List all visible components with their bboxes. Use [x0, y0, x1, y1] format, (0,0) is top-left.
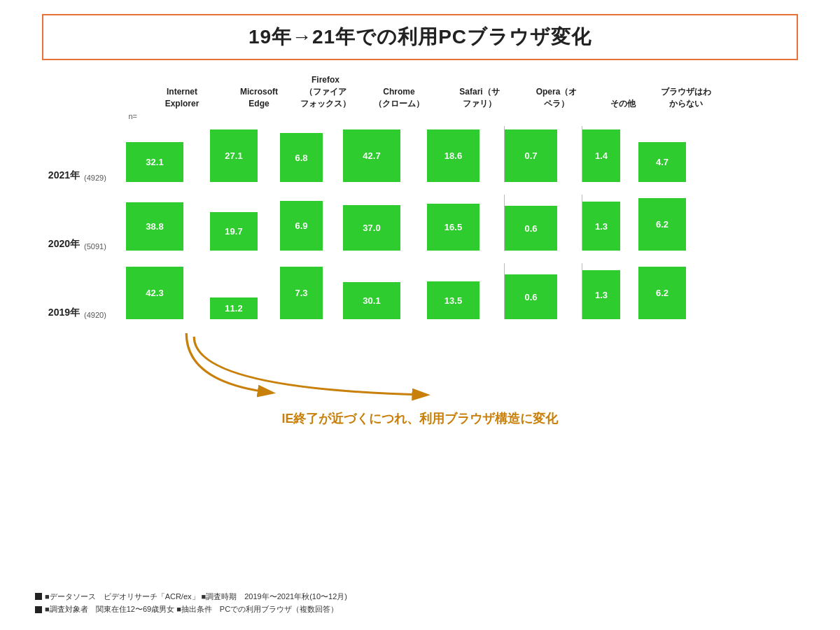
bar-r0-c6: 1.4 [582, 130, 620, 182]
footer-square-2 [35, 606, 42, 613]
footer-item-1: ■データソース ビデオリサーチ「ACR/ex」 ■調査時期 2019年〜2021… [35, 590, 812, 603]
data-row-1: 2020年(5091)38.819.76.937.016.50.61.36.2 [28, 190, 812, 253]
bar-cell-r2-c7: 6.2 [638, 259, 708, 322]
bar-r0-c3: 42.7 [343, 130, 400, 182]
bar-r2-c7: 6.2 [638, 267, 686, 319]
data-rows: 2021年(4929)32.127.16.842.718.60.71.44.72… [28, 122, 812, 326]
footer-item-2: ■調査対象者 関東在住12〜69歳男女 ■抽出条件 PCでの利用ブラウザ（複数回… [35, 603, 812, 616]
n-header-label: n= [84, 112, 812, 120]
col-header-other: その他 [595, 98, 651, 110]
bar-r0-c4: 18.6 [427, 130, 479, 182]
bar-r0-c0: 32.1 [126, 142, 183, 182]
bar-r2-c6: 1.3 [582, 270, 620, 319]
bar-cell-r0-c7: 4.7 [638, 122, 708, 185]
bar-cell-r2-c4: 13.5 [427, 259, 504, 322]
bar-cell-r0-c1: 27.1 [210, 122, 280, 185]
bar-r1-c1: 19.7 [210, 212, 258, 251]
bar-cell-r1-c3: 37.0 [343, 190, 427, 253]
bar-cell-r0-c3: 42.7 [343, 122, 427, 185]
footer-text-2: ■調査対象者 関東在住12〜69歳男女 ■抽出条件 PCでの利用ブラウザ（複数回… [45, 603, 338, 616]
bar-cell-r1-c5: 0.6 [505, 190, 582, 253]
bar-r0-c1: 27.1 [210, 130, 258, 182]
bar-r1-c2: 6.9 [280, 201, 323, 251]
bar-cell-r2-c6: 1.3 [582, 259, 638, 322]
bar-cell-r1-c6: 1.3 [582, 190, 638, 253]
bar-cell-r0-c4: 18.6 [427, 122, 504, 185]
bar-r2-c3: 30.1 [343, 282, 400, 319]
footer: ■データソース ビデオリサーチ「ACR/ex」 ■調査時期 2019年〜2021… [28, 590, 812, 616]
footer-text-1: ■データソース ビデオリサーチ「ACR/ex」 ■調査時期 2019年〜2021… [45, 590, 347, 603]
data-row-0: 2021年(4929)32.127.16.842.718.60.71.44.7 [28, 122, 812, 185]
bar-r2-c2: 7.3 [280, 267, 323, 319]
bar-cell-r2-c2: 7.3 [280, 259, 343, 322]
bar-r2-c0: 42.3 [126, 267, 183, 319]
col-header-ie: InternetExplorer [140, 86, 224, 110]
row-n-1: (5091) [84, 242, 126, 253]
col-header-edge: MicrosoftEdge [224, 86, 294, 110]
header-row: InternetExplorer MicrosoftEdge Firefox（フ… [140, 74, 812, 112]
annotation-area [140, 326, 812, 403]
bar-cell-r0-c6: 1.4 [582, 122, 638, 185]
col-header-safari: Safari（サファリ） [441, 86, 518, 110]
bar-cell-r2-c1: 11.2 [210, 259, 280, 322]
bar-r1-c0: 38.8 [126, 202, 183, 251]
footer-square-1 [35, 593, 42, 600]
bar-r1-c7: 6.2 [638, 198, 686, 251]
chart-area: InternetExplorer MicrosoftEdge Firefox（フ… [21, 74, 819, 616]
row-n-2: (4920) [84, 311, 126, 322]
page-container: 19年→21年での利用PCブラウザ変化 InternetExplorer Mic… [0, 0, 840, 630]
bar-cell-r2-c3: 30.1 [343, 259, 427, 322]
bar-r0-c5: 0.7 [505, 130, 557, 182]
bar-cell-r0-c5: 0.7 [505, 122, 582, 185]
bar-cell-r1-c4: 16.5 [427, 190, 504, 253]
col-header-opera: Opera（オペラ） [518, 86, 595, 110]
bar-r1-c4: 16.5 [427, 204, 479, 251]
bar-r2-c5: 0.6 [505, 274, 557, 319]
title-box: 19年→21年での利用PCブラウザ変化 [42, 14, 798, 60]
bar-r0-c2: 6.8 [280, 133, 323, 182]
bar-cell-r2-c5: 0.6 [505, 259, 582, 322]
bar-r2-c4: 13.5 [427, 281, 479, 319]
row-year-0: 2021年 [28, 169, 84, 185]
bar-r1-c3: 37.0 [343, 205, 400, 251]
row-year-2: 2019年 [28, 307, 84, 322]
arrows-svg [140, 326, 812, 403]
col-header-chrome: Chrome（クローム） [357, 86, 441, 110]
bar-cell-r1-c7: 6.2 [638, 190, 708, 253]
annotation-text: IE終了が近づくにつれ、利用ブラウザ構造に変化 [28, 410, 812, 427]
bar-cell-r0-c2: 6.8 [280, 122, 343, 185]
bar-r1-c5: 0.6 [505, 206, 557, 251]
data-row-2: 2019年(4920)42.311.27.330.113.50.61.36.2 [28, 259, 812, 322]
col-header-unknown: ブラウザはわからない [651, 86, 721, 110]
bar-cell-r0-c0: 32.1 [126, 122, 210, 185]
bar-r0-c7: 4.7 [638, 142, 686, 182]
col-header-firefox: Firefox（ファイアフォックス） [294, 74, 357, 109]
bar-cell-r1-c1: 19.7 [210, 190, 280, 253]
bar-cell-r2-c0: 42.3 [126, 259, 210, 322]
row-year-1: 2020年 [28, 238, 84, 253]
bar-cell-r1-c2: 6.9 [280, 190, 343, 253]
bar-r1-c6: 1.3 [582, 202, 620, 251]
page-title: 19年→21年での利用PCブラウザ変化 [64, 24, 776, 50]
bar-r2-c1: 11.2 [210, 298, 258, 319]
row-n-0: (4929) [84, 174, 126, 185]
bar-cell-r1-c0: 38.8 [126, 190, 210, 253]
